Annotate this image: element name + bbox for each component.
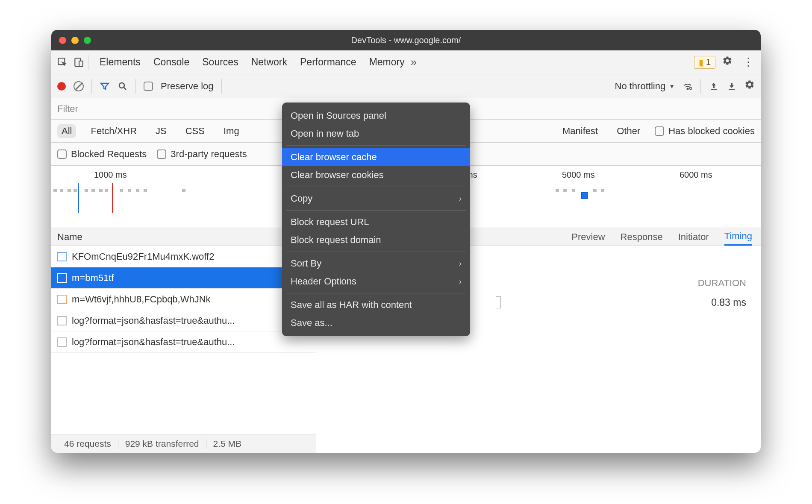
network-settings-icon[interactable] xyxy=(744,79,755,93)
network-toolbar: Preserve log No throttling ▼ xyxy=(51,74,761,98)
context-menu-separator xyxy=(286,293,466,293)
timeline-dot xyxy=(74,189,77,192)
context-menu-label: Save all as HAR with content xyxy=(291,299,412,311)
detail-tab-timing[interactable]: Timing xyxy=(724,228,752,246)
context-menu-item[interactable]: Block request domain xyxy=(282,231,470,249)
context-menu-label: Open in new tab xyxy=(291,128,359,139)
devtools-window: DevTools - www.google.com/ Elements Cons… xyxy=(51,30,761,453)
preserve-log-checkbox[interactable] xyxy=(144,82,153,91)
context-menu-item[interactable]: Open in Sources panel xyxy=(282,107,470,125)
filter-icon[interactable] xyxy=(100,81,110,91)
timeline-dot xyxy=(120,189,123,192)
svg-rect-7 xyxy=(729,89,735,90)
timeline-dot xyxy=(593,189,597,192)
context-menu-item[interactable]: Sort By› xyxy=(282,255,470,273)
context-menu-label: Block request URL xyxy=(291,217,369,228)
request-list-pane: Name KFOmCnqEu92Fr1Mu4mxK.woff2 m=bm51tf… xyxy=(51,228,316,453)
divider xyxy=(700,79,701,94)
request-type-icon xyxy=(57,316,67,325)
status-requests: 46 requests xyxy=(57,439,118,449)
context-menu-item[interactable]: Header Options› xyxy=(282,273,470,290)
import-har-icon[interactable] xyxy=(709,81,719,91)
warnings-badge[interactable]: ▮ 1 xyxy=(694,56,715,69)
divider xyxy=(88,55,88,70)
context-menu-label: Block request domain xyxy=(291,234,381,246)
tab-elements[interactable]: Elements xyxy=(100,56,141,68)
device-toggle-icon[interactable] xyxy=(72,56,85,69)
export-har-icon[interactable] xyxy=(727,81,737,91)
detail-tab-preview[interactable]: Preview xyxy=(571,228,605,246)
window-titlebar: DevTools - www.google.com/ xyxy=(51,30,761,50)
chevron-down-icon: ▼ xyxy=(669,83,675,90)
type-img[interactable]: Img xyxy=(219,124,244,138)
kebab-menu-icon[interactable]: ⋮ xyxy=(739,56,756,69)
svg-rect-2 xyxy=(79,61,83,66)
queueing-value: 0.83 ms xyxy=(711,297,746,308)
timeline-dot xyxy=(85,189,88,192)
request-type-icon xyxy=(57,273,67,283)
timeline-dot xyxy=(144,189,147,192)
request-row[interactable]: m=Wt6vjf,hhhU8,FCpbqb,WhJNk xyxy=(51,289,316,310)
blocked-cookies-checkbox[interactable] xyxy=(655,126,664,136)
request-row[interactable]: log?format=json&hasfast=true&authu... xyxy=(51,331,316,353)
blocked-requests-checkbox[interactable] xyxy=(57,149,67,159)
network-conditions-icon[interactable] xyxy=(683,81,693,91)
timeline-dot xyxy=(572,189,575,192)
timeline-dot xyxy=(182,189,185,192)
detail-tab-response[interactable]: Response xyxy=(621,228,663,246)
tab-performance[interactable]: Performance xyxy=(300,56,356,68)
request-row[interactable]: m=bm51tf xyxy=(51,267,316,289)
clear-button[interactable] xyxy=(74,81,84,91)
request-row[interactable]: log?format=json&hasfast=true&authu... xyxy=(51,310,316,331)
timeline-tick: 1000 ms xyxy=(94,170,127,180)
tab-console[interactable]: Console xyxy=(153,56,189,68)
request-name: log?format=json&hasfast=true&authu... xyxy=(72,337,235,348)
zoom-window-button[interactable] xyxy=(84,37,91,44)
svg-point-5 xyxy=(690,87,692,89)
third-party-toggle[interactable]: 3rd-party requests xyxy=(157,149,247,160)
svg-point-4 xyxy=(687,88,688,89)
column-header-name[interactable]: Name xyxy=(51,228,316,246)
record-button[interactable] xyxy=(57,82,66,91)
tab-sources[interactable]: Sources xyxy=(202,56,238,68)
type-all[interactable]: All xyxy=(57,124,76,138)
context-menu-item[interactable]: Open in new tab xyxy=(282,125,470,143)
blocked-requests-toggle[interactable]: Blocked Requests xyxy=(57,149,147,160)
timeline-dot xyxy=(105,189,108,192)
more-tabs-icon[interactable]: » xyxy=(407,56,420,69)
detail-tab-initiator[interactable]: Initiator xyxy=(678,228,709,246)
timeline-current-marker xyxy=(581,192,588,199)
tab-network[interactable]: Network xyxy=(251,56,287,68)
type-css[interactable]: CSS xyxy=(181,124,209,138)
preserve-log-label: Preserve log xyxy=(161,81,214,92)
minimize-window-button[interactable] xyxy=(71,37,79,44)
context-menu-item[interactable]: Clear browser cache xyxy=(282,148,470,166)
panel-tabs: Elements Console Sources Network Perform… xyxy=(100,56,405,68)
tab-memory[interactable]: Memory xyxy=(369,56,405,68)
timeline-tick: 6000 ms xyxy=(680,170,712,180)
context-menu-item[interactable]: Save all as HAR with content xyxy=(282,296,470,314)
context-menu-separator xyxy=(286,187,466,187)
context-menu-label: Clear browser cache xyxy=(291,152,377,163)
inspect-element-icon[interactable] xyxy=(56,56,69,69)
context-menu-item[interactable]: Block request URL xyxy=(282,213,470,231)
request-row[interactable]: KFOmCnqEu92Fr1Mu4mxK.woff2 xyxy=(51,246,316,267)
divider xyxy=(91,79,92,94)
blocked-cookies-toggle[interactable]: Has blocked cookies xyxy=(655,126,755,137)
request-name: KFOmCnqEu92Fr1Mu4mxK.woff2 xyxy=(72,251,214,262)
context-menu-item[interactable]: Clear browser cookies xyxy=(282,166,470,184)
type-js[interactable]: JS xyxy=(151,124,171,138)
throttling-select[interactable]: No throttling ▼ xyxy=(615,81,675,92)
search-icon[interactable] xyxy=(118,81,128,91)
settings-icon[interactable] xyxy=(718,56,737,69)
context-menu-item[interactable]: Copy› xyxy=(282,190,470,208)
close-window-button[interactable] xyxy=(59,37,66,44)
timeline-dot xyxy=(136,189,139,192)
type-manifest[interactable]: Manifest xyxy=(558,124,602,138)
queueing-bar xyxy=(496,296,501,308)
third-party-checkbox[interactable] xyxy=(157,149,166,159)
type-other[interactable]: Other xyxy=(612,124,644,138)
type-fetchxhr[interactable]: Fetch/XHR xyxy=(86,124,141,138)
context-menu-label: Header Options xyxy=(291,276,356,287)
context-menu-item[interactable]: Save as... xyxy=(282,314,470,332)
